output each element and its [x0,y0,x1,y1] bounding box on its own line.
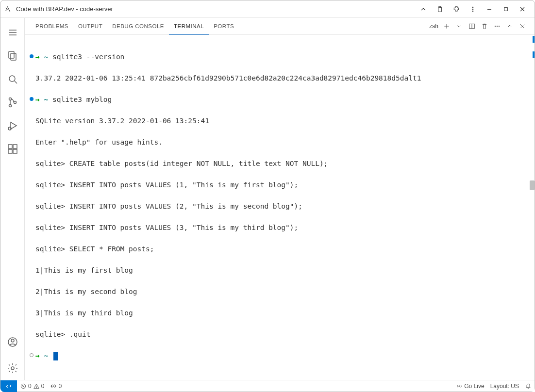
panel-close-icon[interactable] [516,20,529,33]
tab-output[interactable]: OUTPUT [73,18,107,35]
status-layout[interactable]: Layout: US [487,380,522,392]
svg-point-26 [11,339,14,342]
svg-marker-19 [11,122,17,129]
maximize-button[interactable] [498,2,514,16]
status-bar: 0 0 0 Go Live Layout: US [0,380,535,392]
window-title: Code with BRAP.dev - code-server [16,5,113,13]
svg-point-34 [495,26,496,27]
svg-point-44 [53,385,54,386]
svg-rect-24 [13,149,17,153]
terminal-output: 3.37.2 2022-01-06 13:25:41 872ba256cbf61… [35,73,421,83]
status-notifications-icon[interactable] [522,380,535,392]
title-bar: Code with BRAP.dev - code-server [0,0,535,18]
status-ports[interactable]: 0 [47,380,65,392]
terminal-shell-selector[interactable]: zsh [425,23,440,30]
menu-icon[interactable] [1,21,24,44]
run-debug-icon[interactable] [1,114,24,137]
shell-name: zsh [429,23,438,30]
terminal-output: sqlite> SELECT * FROM posts; [35,244,154,254]
panel: PROBLEMS OUTPUT DEBUG CONSOLE TERMINAL P… [25,18,535,380]
close-button[interactable] [514,2,531,16]
terminal-output: 1|This is my first blog [35,265,133,276]
svg-point-36 [499,26,500,27]
terminal-cursor [53,352,58,360]
svg-point-2 [472,7,473,8]
terminal-command: sqlite3 myblog [52,96,112,103]
split-terminal-icon[interactable] [466,20,478,33]
svg-line-15 [15,81,17,83]
extension-icon[interactable] [448,2,465,16]
pending-dot-icon [30,353,33,357]
svg-rect-22 [13,145,17,148]
settings-gear-icon[interactable] [1,357,24,380]
tab-ports[interactable]: PORTS [209,18,239,35]
terminal-output: Enter ".help" for usage hints. [35,137,163,147]
svg-point-14 [9,76,15,82]
terminal-output: SQLite version 3.37.2 2022-01-06 13:25:4… [35,115,209,126]
accounts-icon[interactable] [1,330,24,354]
app-window: Code with BRAP.dev - code-server PROBLEM… [0,0,535,392]
svg-point-4 [472,11,473,12]
success-dot-icon [30,54,33,58]
svg-point-27 [11,367,14,370]
svg-rect-6 [504,7,508,11]
svg-rect-12 [9,51,14,58]
scrollbar-thumb[interactable] [530,180,535,190]
svg-rect-13 [11,53,16,60]
more-icon[interactable] [465,2,481,16]
status-go-live[interactable]: Go Live [453,380,487,392]
terminal-output: sqlite> INSERT INTO posts VALUES (3, "Th… [35,222,298,233]
svg-point-16 [9,98,11,100]
terminal-view[interactable]: → ~ sqlite3 --version 3.37.2 2022-01-06 … [25,35,535,380]
terminal-output: 3|This is my third blog [35,308,133,318]
extensions-icon[interactable] [1,137,24,161]
terminal-output: sqlite> INSERT INTO posts VALUES (2, "Th… [35,201,302,212]
svg-point-43 [36,387,36,388]
minimize-button[interactable] [481,2,498,16]
tab-debug-console[interactable]: DEBUG CONSOLE [107,18,169,35]
terminal-output: sqlite> INSERT INTO posts VALUES (1, "Th… [35,180,298,190]
panel-maximize-icon[interactable] [503,20,516,33]
svg-point-18 [14,101,16,104]
svg-point-17 [9,105,11,107]
new-terminal-button[interactable] [440,20,453,33]
panel-tabs: PROBLEMS OUTPUT DEBUG CONSOLE TERMINAL P… [25,18,535,35]
search-icon[interactable] [1,67,24,91]
svg-point-45 [459,385,460,386]
terminal-output: sqlite> CREATE table posts(id integer NO… [35,158,328,169]
terminal-output: 2|This is my second blog [35,286,137,297]
tab-terminal[interactable]: TERMINAL [169,18,209,35]
remote-indicator[interactable] [0,380,17,392]
chevron-up-icon[interactable] [415,2,432,16]
activity-bar [0,18,25,380]
svg-rect-23 [8,149,12,153]
terminal-output: sqlite> .quit [35,329,91,340]
tab-problems[interactable]: PROBLEMS [31,18,73,35]
success-dot-icon [30,97,33,101]
terminal-dropdown-icon[interactable] [453,20,466,33]
svg-rect-21 [8,145,12,148]
svg-point-3 [472,9,473,10]
svg-point-35 [497,26,498,27]
clipboard-icon[interactable] [432,2,448,16]
explorer-icon[interactable] [1,44,24,67]
more-actions-icon[interactable] [491,20,503,33]
kill-terminal-icon[interactable] [478,20,491,33]
vscode-icon [4,5,13,14]
source-control-icon[interactable] [1,91,24,114]
terminal-command: sqlite3 --version [52,53,124,61]
status-problems[interactable]: 0 0 [17,380,47,392]
